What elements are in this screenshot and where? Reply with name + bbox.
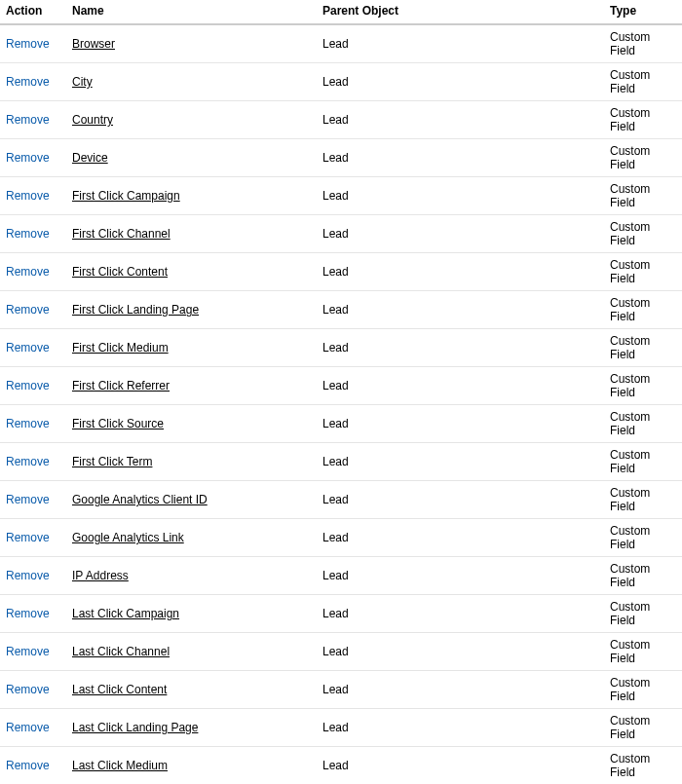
- remove-link[interactable]: Remove: [6, 303, 50, 317]
- name-link[interactable]: Device: [72, 151, 108, 165]
- cell-action: Remove: [0, 177, 66, 215]
- name-link[interactable]: Last Click Channel: [72, 645, 170, 658]
- cell-name: Last Click Landing Page: [66, 709, 317, 747]
- cell-action: Remove: [0, 253, 66, 291]
- cell-name: Last Click Medium: [66, 747, 317, 785]
- cell-name: First Click Term: [66, 443, 317, 481]
- col-header-name: Name: [66, 0, 317, 24]
- remove-link[interactable]: Remove: [6, 227, 50, 241]
- remove-link[interactable]: Remove: [6, 645, 50, 658]
- cell-parent: Lead: [317, 709, 604, 747]
- cell-name: Country: [66, 101, 317, 139]
- name-link[interactable]: Country: [72, 113, 113, 127]
- name-link[interactable]: First Click Landing Page: [72, 303, 199, 317]
- table-row: RemoveIP AddressLeadCustom Field: [0, 557, 682, 595]
- cell-name: City: [66, 63, 317, 101]
- remove-link[interactable]: Remove: [6, 493, 50, 506]
- remove-link[interactable]: Remove: [6, 75, 50, 89]
- name-link[interactable]: First Click Content: [72, 265, 168, 279]
- remove-link[interactable]: Remove: [6, 151, 50, 165]
- cell-type: Custom Field: [604, 709, 682, 747]
- name-link[interactable]: Last Click Landing Page: [72, 721, 198, 734]
- cell-parent: Lead: [317, 633, 604, 671]
- cell-name: First Click Landing Page: [66, 291, 317, 329]
- cell-name: Device: [66, 139, 317, 177]
- remove-link[interactable]: Remove: [6, 455, 50, 468]
- name-link[interactable]: Last Click Medium: [72, 759, 168, 772]
- table-row: RemoveFirst Click Landing PageLeadCustom…: [0, 291, 682, 329]
- cell-action: Remove: [0, 24, 66, 63]
- col-header-type: Type: [604, 0, 682, 24]
- name-link[interactable]: First Click Medium: [72, 341, 169, 355]
- cell-name: Google Analytics Client ID: [66, 481, 317, 519]
- cell-parent: Lead: [317, 747, 604, 785]
- table-row: RemoveFirst Click SourceLeadCustom Field: [0, 405, 682, 443]
- table-row: RemoveCityLeadCustom Field: [0, 63, 682, 101]
- remove-link[interactable]: Remove: [6, 569, 50, 582]
- cell-type: Custom Field: [604, 139, 682, 177]
- name-link[interactable]: Browser: [72, 37, 115, 51]
- cell-type: Custom Field: [604, 519, 682, 557]
- table-row: RemoveFirst Click ChannelLeadCustom Fiel…: [0, 215, 682, 253]
- table-header-row: Action Name Parent Object Type: [0, 0, 682, 24]
- cell-name: First Click Referrer: [66, 367, 317, 405]
- cell-name: Last Click Channel: [66, 633, 317, 671]
- cell-action: Remove: [0, 519, 66, 557]
- remove-link[interactable]: Remove: [6, 37, 50, 51]
- cell-type: Custom Field: [604, 101, 682, 139]
- cell-type: Custom Field: [604, 633, 682, 671]
- remove-link[interactable]: Remove: [6, 683, 50, 696]
- remove-link[interactable]: Remove: [6, 189, 50, 203]
- table-row: RemoveFirst Click ContentLeadCustom Fiel…: [0, 253, 682, 291]
- remove-link[interactable]: Remove: [6, 341, 50, 355]
- cell-name: First Click Content: [66, 253, 317, 291]
- table-row: RemoveFirst Click TermLeadCustom Field: [0, 443, 682, 481]
- remove-link[interactable]: Remove: [6, 417, 50, 430]
- cell-name: Last Click Content: [66, 671, 317, 709]
- name-link[interactable]: Google Analytics Link: [72, 531, 184, 544]
- col-header-action: Action: [0, 0, 66, 24]
- cell-type: Custom Field: [604, 747, 682, 785]
- table-row: RemoveCountryLeadCustom Field: [0, 101, 682, 139]
- name-link[interactable]: IP Address: [72, 569, 129, 582]
- cell-name: First Click Campaign: [66, 177, 317, 215]
- name-link[interactable]: Last Click Campaign: [72, 607, 179, 620]
- table-row: RemoveGoogle Analytics LinkLeadCustom Fi…: [0, 519, 682, 557]
- col-header-parent: Parent Object: [317, 0, 604, 24]
- cell-action: Remove: [0, 481, 66, 519]
- name-link[interactable]: First Click Source: [72, 417, 164, 430]
- cell-name: Google Analytics Link: [66, 519, 317, 557]
- cell-action: Remove: [0, 443, 66, 481]
- name-link[interactable]: Google Analytics Client ID: [72, 493, 208, 506]
- remove-link[interactable]: Remove: [6, 113, 50, 127]
- remove-link[interactable]: Remove: [6, 531, 50, 544]
- cell-action: Remove: [0, 63, 66, 101]
- name-link[interactable]: First Click Term: [72, 455, 152, 468]
- cell-type: Custom Field: [604, 557, 682, 595]
- remove-link[interactable]: Remove: [6, 759, 50, 772]
- cell-parent: Lead: [317, 215, 604, 253]
- remove-link[interactable]: Remove: [6, 721, 50, 734]
- cell-action: Remove: [0, 215, 66, 253]
- remove-link[interactable]: Remove: [6, 379, 50, 392]
- cell-type: Custom Field: [604, 63, 682, 101]
- cell-action: Remove: [0, 329, 66, 367]
- cell-action: Remove: [0, 709, 66, 747]
- cell-parent: Lead: [317, 367, 604, 405]
- table-row: RemoveLast Click ContentLeadCustom Field: [0, 671, 682, 709]
- name-link[interactable]: City: [72, 75, 93, 89]
- cell-type: Custom Field: [604, 595, 682, 633]
- name-link[interactable]: First Click Channel: [72, 227, 170, 241]
- cell-type: Custom Field: [604, 291, 682, 329]
- table-row: RemoveGoogle Analytics Client IDLeadCust…: [0, 481, 682, 519]
- name-link[interactable]: First Click Referrer: [72, 379, 170, 392]
- name-link[interactable]: First Click Campaign: [72, 189, 180, 203]
- cell-action: Remove: [0, 557, 66, 595]
- cell-parent: Lead: [317, 443, 604, 481]
- cell-type: Custom Field: [604, 481, 682, 519]
- remove-link[interactable]: Remove: [6, 265, 50, 279]
- name-link[interactable]: Last Click Content: [72, 683, 167, 696]
- cell-parent: Lead: [317, 329, 604, 367]
- remove-link[interactable]: Remove: [6, 607, 50, 620]
- components-table: Action Name Parent Object Type RemoveBro…: [0, 0, 682, 784]
